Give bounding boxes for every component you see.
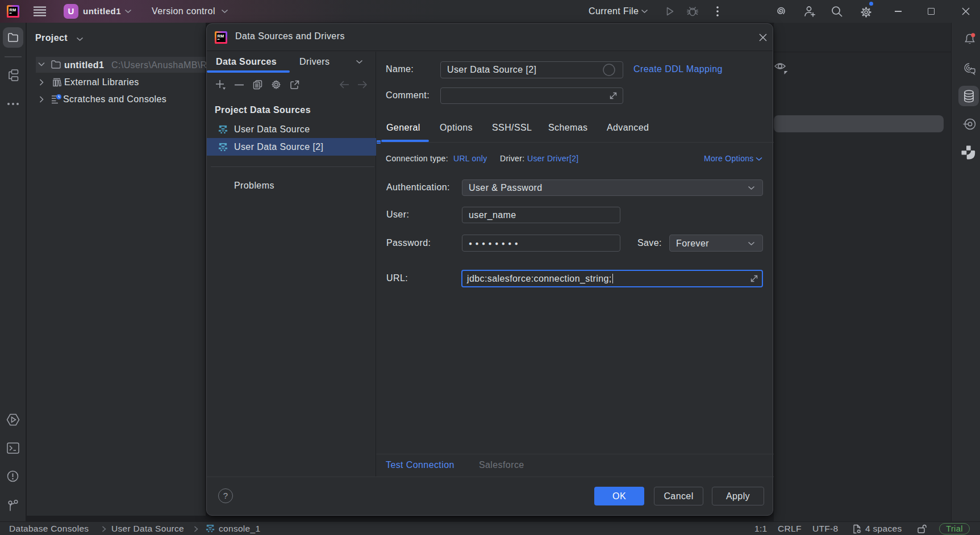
svg-text:RM: RM [218, 34, 224, 39]
svg-text:RM: RM [10, 7, 16, 12]
